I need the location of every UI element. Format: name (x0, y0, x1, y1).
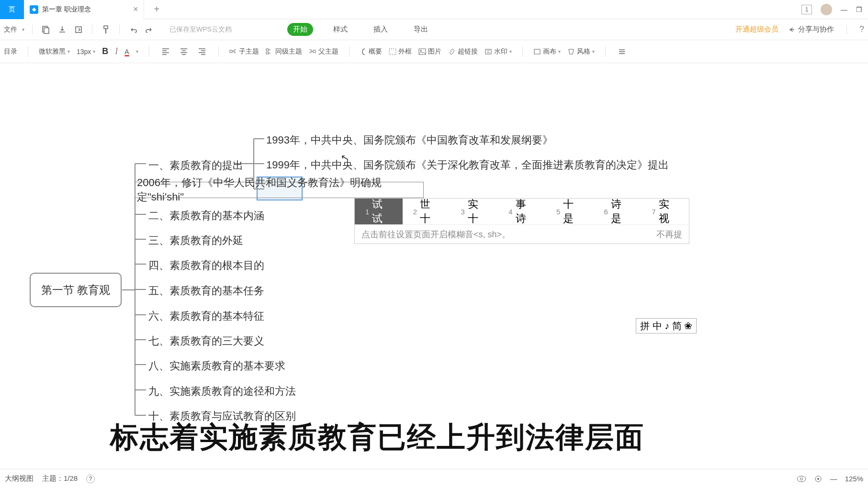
vip-link[interactable]: 开通超级会员 (735, 25, 778, 34)
outline-view-button[interactable]: 大纲视图 (5, 474, 34, 483)
font-size-select[interactable]: 13px▾ (77, 48, 95, 55)
ime-candidate-3[interactable]: 3实十 (450, 199, 498, 224)
ime-hint[interactable]: 点击前往设置页面开启模糊音<s, sh>。 (361, 229, 510, 240)
sub-node-1-1[interactable]: 1993年，中共中央、国务院颁布《中国教育改革和发展纲要》 (266, 133, 553, 147)
mindmap-canvas[interactable]: 第一节 教育观 一、素质教育的提出 二、素质教育的基本内涵 三、素质教育的外延 … (0, 63, 868, 469)
ime-candidate-5[interactable]: 5十是 (546, 199, 594, 224)
canvas-button[interactable]: 画布▾ (533, 47, 561, 56)
help-circle-icon[interactable]: ? (86, 475, 95, 483)
minimize-button[interactable]: — (841, 6, 847, 13)
ime-hint-dismiss[interactable]: 不再提 (656, 229, 682, 240)
export-icon[interactable] (73, 24, 84, 35)
svg-rect-9 (419, 49, 426, 55)
redo-icon[interactable] (144, 24, 155, 35)
sub-node-1-2[interactable]: 1999年，中共中央、国务院颁布《关于深化教育改革，全面推进素质教育的决定》提出 (266, 158, 669, 172)
new-tab-button[interactable]: + (154, 4, 159, 15)
file-menu[interactable]: 文件 (4, 25, 17, 34)
tab-title: 第一章 职业理念 (42, 5, 91, 14)
image-button[interactable]: 图片 (418, 47, 441, 56)
svg-rect-8 (389, 49, 396, 55)
branch-node-7[interactable]: 七、素质教育的三大要义 (148, 334, 264, 348)
outline-button[interactable]: 外框 (389, 47, 412, 56)
style-button[interactable]: 风格▾ (567, 47, 595, 56)
undo-icon[interactable] (127, 24, 139, 35)
subtopic-button[interactable]: 子主题 (229, 47, 259, 56)
align-left-icon[interactable] (160, 46, 171, 57)
root-node[interactable]: 第一节 教育观 (30, 273, 122, 307)
locate-icon[interactable] (814, 475, 823, 483)
user-avatar[interactable] (821, 4, 832, 15)
branch-node-4[interactable]: 四、素质教育的根本目的 (148, 258, 264, 273)
branch-node-3[interactable]: 三、素质教育的外延 (148, 233, 243, 248)
ime-candidate-7[interactable]: 7实视 (641, 199, 689, 224)
svg-rect-12 (534, 49, 540, 54)
ime-status-bar[interactable]: 拼 中 ♪ 简 ❀ (636, 318, 697, 333)
ime-candidate-2[interactable]: 2世十 (403, 199, 451, 224)
help-icon[interactable]: ? (859, 24, 864, 34)
align-right-icon[interactable] (196, 46, 208, 57)
bold-button[interactable]: B (102, 46, 108, 56)
summary-button[interactable]: 概要 (360, 47, 382, 56)
maximize-button[interactable]: ❐ (856, 6, 862, 13)
svg-rect-11 (485, 49, 491, 54)
download-icon[interactable] (56, 24, 68, 35)
window-count-badge[interactable]: 1 (801, 5, 812, 14)
italic-button[interactable]: I (115, 46, 118, 56)
svg-point-13 (797, 476, 806, 482)
copy-icon[interactable] (40, 24, 52, 35)
ime-candidate-panel: 1试试 2世十 3实十 4事诗 5十是 6诗是 7实视 点击前往设置页面开启模糊… (354, 198, 689, 244)
share-button[interactable]: 分享与协作 (788, 25, 834, 34)
video-subtitle: 标志着实施素质教育已经上升到法律层面 (110, 418, 644, 457)
sibling-topic-button[interactable]: 同级主题 (266, 47, 302, 56)
watermark-button[interactable]: 水印▾ (485, 47, 512, 56)
tab-style[interactable]: 样式 (327, 23, 353, 36)
chevron-down-icon: ▾ (22, 27, 24, 32)
ime-candidate-4[interactable]: 4事诗 (498, 199, 546, 224)
branch-node-2[interactable]: 二、素质教育的基本内涵 (148, 209, 264, 223)
svg-point-16 (817, 478, 819, 480)
branch-node-9[interactable]: 九、实施素质教育的途径和方法 (148, 384, 296, 399)
format-painter-icon[interactable] (100, 24, 112, 35)
document-tab[interactable]: ◆ 第一章 职业理念 × (24, 0, 144, 19)
branch-node-6[interactable]: 六、素质教育的基本特征 (148, 309, 264, 323)
align-center-icon[interactable] (178, 46, 190, 57)
svg-point-10 (420, 50, 421, 51)
home-tab[interactable]: 页 (0, 0, 24, 19)
svg-point-14 (800, 477, 802, 480)
mindmap-icon: ◆ (30, 5, 38, 14)
zoom-out-button[interactable]: — (830, 475, 837, 483)
more-icon[interactable] (616, 46, 628, 57)
editing-node[interactable]: 2006年，修订《中华人民共和国义务教育法》明确规定"shi'shi" (135, 182, 424, 198)
svg-rect-3 (104, 26, 108, 29)
svg-rect-2 (76, 27, 81, 33)
font-name-select[interactable]: 微软雅黑▾ (39, 47, 70, 56)
branch-node-8[interactable]: 八、实施素质教育的基本要求 (148, 359, 285, 373)
svg-rect-4 (230, 50, 232, 53)
svg-rect-7 (313, 50, 316, 53)
save-status: 已保存至WPS云文档 (169, 25, 232, 34)
ime-candidate-6[interactable]: 6诗是 (594, 199, 642, 224)
svg-rect-5 (266, 49, 269, 51)
parent-topic-button[interactable]: 父主题 (309, 47, 338, 56)
catalog-button[interactable]: 目录 (4, 47, 17, 56)
tab-export[interactable]: 导出 (408, 23, 434, 36)
svg-rect-1 (44, 28, 49, 33)
branch-node-5[interactable]: 五、素质教育的基本任务 (148, 284, 264, 298)
tab-start[interactable]: 开始 (287, 23, 313, 36)
tab-insert[interactable]: 插入 (368, 23, 394, 36)
zoom-level[interactable]: 125% (845, 475, 863, 483)
branch-node-1[interactable]: 一、素质教育的提出 (148, 158, 243, 173)
preview-icon[interactable] (797, 476, 806, 482)
ime-candidate-1[interactable]: 1试试 (355, 199, 403, 224)
topic-count: 主题：1/28 (42, 474, 78, 483)
font-color-button[interactable]: A (124, 48, 129, 55)
close-tab-icon[interactable]: × (133, 4, 138, 14)
link-button[interactable]: 超链接 (448, 47, 478, 56)
svg-rect-6 (266, 52, 269, 54)
